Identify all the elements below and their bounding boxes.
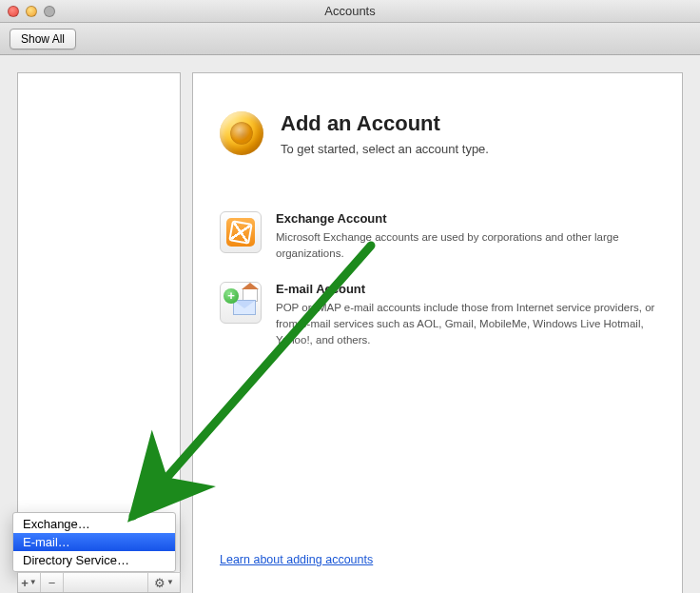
hero-section: Add an Account To get started, select an…: [220, 111, 655, 156]
outlook-icon: [220, 111, 263, 155]
popup-item-exchange[interactable]: Exchange…: [13, 515, 175, 533]
account-settings-button[interactable]: ⚙▼: [147, 573, 180, 592]
content-area: Exchange… E-mail… Directory Service… +▼ …: [0, 55, 700, 593]
learn-link[interactable]: Learn about adding accounts: [220, 553, 373, 566]
exchange-desc: Microsoft Exchange accounts are used by …: [276, 229, 655, 263]
popup-item-email[interactable]: E-mail…: [13, 533, 175, 551]
plus-icon: +: [21, 576, 29, 590]
gear-icon: ⚙: [154, 576, 165, 590]
email-title: E-mail Account: [276, 282, 655, 296]
page-subtitle: To get started, select an account type.: [281, 142, 489, 156]
popup-item-directory[interactable]: Directory Service…: [13, 551, 175, 569]
email-desc: POP or IMAP e-mail accounts include thos…: [276, 300, 655, 349]
remove-account-button[interactable]: −: [41, 573, 64, 592]
accounts-sidebar: Exchange… E-mail… Directory Service… +▼ …: [17, 72, 181, 593]
window-title: Accounts: [0, 4, 700, 18]
account-type-email[interactable]: + E-mail Account POP or IMAP e-mail acco…: [220, 282, 655, 349]
page-title: Add an Account: [281, 111, 489, 136]
hero-text: Add an Account To get started, select an…: [281, 111, 489, 156]
main-panel: Add an Account To get started, select an…: [192, 72, 683, 593]
add-account-button[interactable]: +▼: [18, 573, 41, 592]
sidebar-footer: +▼ − ⚙▼: [17, 572, 181, 593]
minus-icon: −: [49, 576, 56, 590]
add-account-popup: Exchange… E-mail… Directory Service…: [12, 512, 176, 572]
email-text: E-mail Account POP or IMAP e-mail accoun…: [276, 282, 655, 349]
exchange-title: Exchange Account: [276, 211, 655, 226]
email-icon: +: [220, 282, 262, 324]
window-titlebar: Accounts: [0, 0, 700, 23]
exchange-icon: [220, 211, 262, 253]
exchange-text: Exchange Account Microsoft Exchange acco…: [276, 211, 655, 263]
preferences-toolbar: Show All: [0, 23, 700, 55]
chevron-down-icon: ▼: [29, 578, 37, 586]
show-all-button[interactable]: Show All: [10, 29, 76, 49]
chevron-down-icon: ▼: [166, 578, 174, 586]
account-type-exchange[interactable]: Exchange Account Microsoft Exchange acco…: [220, 211, 655, 263]
